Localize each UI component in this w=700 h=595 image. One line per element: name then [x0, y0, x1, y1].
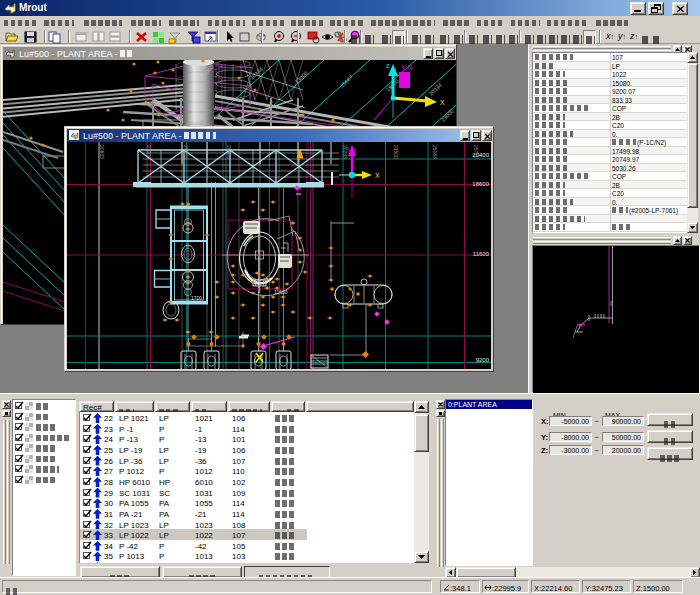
svg-text:21500: 21500 — [393, 145, 399, 159]
svg-text:20233: 20233 — [342, 145, 348, 159]
svg-text:15667: 15667 — [339, 74, 354, 89]
svg-text:11600: 11600 — [274, 289, 288, 295]
svg-text:X: X — [440, 99, 445, 106]
svg-text:1700: 1700 — [191, 295, 202, 301]
svg-text:20633: 20633 — [99, 145, 105, 159]
svg-text:Y N: Y N — [401, 64, 413, 71]
svg-text:11600: 11600 — [473, 251, 490, 257]
svg-text:25700: 25700 — [473, 145, 479, 159]
svg-text:20334: 20334 — [428, 82, 443, 97]
svg-text:25163: 25163 — [432, 145, 438, 159]
svg-text:13000: 13000 — [294, 70, 309, 85]
svg-text:Z: Z — [386, 63, 390, 69]
svg-text:25033: 25033 — [183, 145, 189, 159]
svg-text:X: X — [375, 172, 380, 179]
svg-text:23000: 23000 — [440, 108, 455, 123]
svg-text:21000: 21000 — [146, 145, 152, 159]
svg-text:9200: 9200 — [476, 357, 490, 363]
svg-text:20400: 20400 — [226, 145, 232, 159]
svg-text:18600: 18600 — [472, 181, 489, 187]
